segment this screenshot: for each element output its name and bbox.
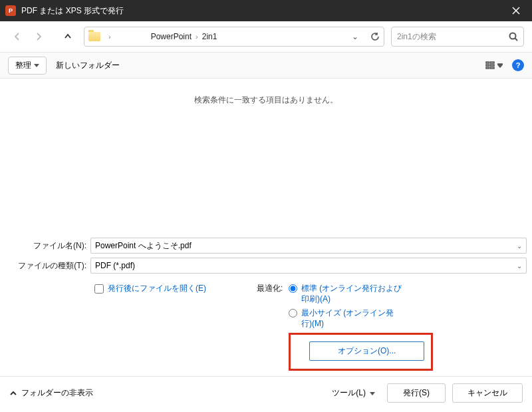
window-title: PDF または XPS 形式で発行: [21, 5, 503, 17]
svg-rect-8: [490, 62, 494, 63]
svg-marker-12: [370, 392, 375, 395]
powerpoint-icon: P: [5, 5, 16, 16]
title-bar: P PDF または XPS 形式で発行: [0, 0, 532, 21]
svg-point-2: [510, 33, 516, 39]
organize-button[interactable]: 整理: [8, 57, 47, 75]
refresh-icon[interactable]: [370, 32, 380, 41]
filename-label: ファイル名(N):: [5, 240, 90, 252]
arrow-left-icon: [13, 32, 22, 41]
chevron-down-icon[interactable]: ⌄: [517, 262, 522, 270]
optimize-label: 最適化:: [257, 283, 289, 371]
search-icon: [509, 32, 518, 41]
filename-input[interactable]: PowerPoint へようこそ.pdf ⌄: [90, 238, 527, 254]
chevron-down-icon[interactable]: ⌄: [352, 32, 358, 41]
optimize-standard-label: 標準 (オンライン発行および印刷)(A): [301, 283, 404, 304]
close-icon: [512, 7, 520, 15]
optimize-minimum-label: 最小サイズ (オンライン発行)(M): [301, 308, 404, 329]
address-bar[interactable]: › PowerPoint › 2in1 ⌄: [84, 27, 384, 47]
radio-icon[interactable]: [289, 284, 297, 293]
optimize-standard-radio[interactable]: 標準 (オンライン発行および印刷)(A): [289, 283, 433, 304]
search-input[interactable]: 2in1の検索: [391, 27, 524, 47]
svg-rect-9: [490, 65, 494, 66]
empty-message: 検索条件に一致する項目はありません。: [0, 79, 532, 122]
publish-button[interactable]: 発行(S): [387, 383, 446, 403]
chevron-down-icon[interactable]: ⌄: [517, 242, 522, 250]
chevron-down-icon: [370, 391, 375, 396]
hide-folders-label: フォルダーの非表示: [21, 387, 93, 399]
footer-bar: フォルダーの非表示 ツール(L) 発行(S) キャンセル: [0, 376, 532, 412]
hide-folders-button[interactable]: フォルダーの非表示: [9, 387, 93, 399]
view-mode-button[interactable]: [485, 61, 503, 70]
svg-rect-5: [486, 62, 489, 63]
filetype-label: ファイルの種類(T):: [5, 260, 90, 272]
filename-value: PowerPoint へようこそ.pdf: [95, 240, 192, 252]
checkbox-icon[interactable]: [94, 284, 104, 294]
cancel-button[interactable]: キャンセル: [452, 383, 523, 403]
svg-marker-11: [497, 64, 503, 67]
help-button[interactable]: ?: [512, 59, 524, 71]
file-list-area: 検索条件に一致する項目はありません。 ファイル名(N): PowerPoint …: [0, 79, 532, 376]
chevron-down-icon: [34, 63, 39, 68]
forward-button[interactable]: [29, 27, 48, 46]
close-button[interactable]: [503, 0, 529, 21]
chevron-down-icon: [497, 63, 503, 68]
organize-label: 整理: [15, 60, 31, 71]
save-form: ファイル名(N): PowerPoint へようこそ.pdf ⌄ ファイルの種類…: [0, 235, 532, 376]
open-after-checkbox[interactable]: 発行後にファイルを開く(E): [94, 283, 257, 294]
options-button[interactable]: オプション(O)...: [309, 341, 424, 361]
new-folder-button[interactable]: 新しいフォルダー: [56, 60, 120, 71]
breadcrumb-item[interactable]: PowerPoint: [151, 32, 192, 41]
chevron-right-icon: ›: [108, 33, 111, 41]
breadcrumb-item[interactable]: 2in1: [202, 32, 217, 41]
search-placeholder: 2in1の検索: [397, 31, 509, 43]
svg-rect-6: [486, 65, 489, 66]
chevron-up-icon: [9, 389, 17, 397]
chevron-right-icon: ›: [196, 33, 198, 41]
arrow-right-icon: [34, 32, 43, 41]
svg-line-3: [515, 39, 518, 41]
open-after-label: 発行後にファイルを開く(E): [108, 283, 206, 294]
tools-dropdown[interactable]: ツール(L): [327, 387, 380, 399]
filetype-value: PDF (*.pdf): [95, 261, 135, 270]
toolbar: 整理 新しいフォルダー ?: [0, 52, 532, 79]
view-list-icon: [485, 61, 495, 70]
up-button[interactable]: [59, 27, 77, 46]
highlight-annotation: オプション(O)...: [289, 333, 433, 371]
filetype-select[interactable]: PDF (*.pdf) ⌄: [90, 258, 527, 274]
optimize-minimum-radio[interactable]: 最小サイズ (オンライン発行)(M): [289, 308, 433, 329]
arrow-up-icon: [63, 32, 72, 41]
tools-label: ツール(L): [332, 387, 366, 399]
svg-rect-7: [486, 67, 489, 69]
svg-rect-10: [490, 67, 494, 69]
svg-marker-4: [34, 64, 39, 67]
back-button[interactable]: [8, 27, 27, 46]
radio-icon[interactable]: [289, 309, 297, 317]
folder-icon: [88, 32, 100, 41]
navigation-bar: › PowerPoint › 2in1 ⌄ 2in1の検索: [0, 21, 532, 52]
